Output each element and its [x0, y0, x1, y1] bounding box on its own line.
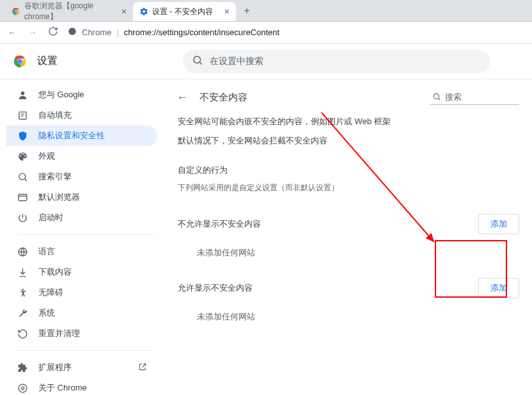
external-link-icon	[138, 362, 147, 373]
add-allow-button[interactable]: 添加	[478, 278, 519, 298]
allow-section-title: 允许显示不安全内容	[178, 282, 478, 294]
sidebar-item-label: 关于 Chrome	[38, 382, 87, 394]
sidebar-item-label: 默认浏览器	[38, 191, 80, 203]
sidebar-divider	[18, 350, 155, 351]
search-icon	[432, 92, 441, 103]
sidebar-item-label: 语言	[38, 246, 55, 257]
chrome-icon	[17, 383, 28, 394]
sidebar-item-about[interactable]: 关于 Chrome	[6, 378, 157, 395]
sidebar-item-label: 下载内容	[38, 266, 72, 278]
browser-tab-0[interactable]: 谷歌浏览器【google chrome】 ×	[5, 2, 133, 21]
svg-point-4	[68, 28, 76, 35]
close-icon[interactable]: ×	[121, 6, 127, 17]
svg-point-18	[434, 93, 439, 99]
palette-icon	[17, 151, 28, 162]
sidebar-divider	[18, 234, 155, 235]
allow-empty-text: 未添加任何网站	[197, 311, 519, 323]
description-text: 默认情况下，安全网站会拦截不安全内容	[178, 135, 519, 147]
sidebar-item-label: 系统	[38, 307, 55, 319]
sidebar-item-label: 外观	[38, 150, 55, 162]
svg-point-8	[18, 60, 22, 63]
url-text: chrome://settings/content/insecureConten…	[124, 28, 280, 37]
sidebar-item-label: 重置并清理	[38, 328, 80, 339]
url-prefix: Chrome	[82, 28, 111, 37]
sidebar-item-language[interactable]: 语言	[6, 241, 157, 262]
person-icon	[17, 90, 28, 101]
browser-tab-1[interactable]: 设置 - 不安全内容 ×	[133, 2, 236, 21]
browser-icon	[17, 192, 28, 203]
content-header: ← 不安全内容 搜索	[174, 88, 519, 107]
add-block-button[interactable]: 添加	[478, 214, 519, 234]
svg-point-12	[19, 173, 25, 179]
header-search-input[interactable]: 在设置中搜索	[183, 50, 490, 73]
sidebar-item-search-engine[interactable]: 搜索引擎	[6, 166, 157, 187]
search-icon	[192, 54, 203, 68]
sidebar-item-label: 启动时	[38, 212, 63, 223]
download-icon	[17, 267, 28, 278]
browser-tabstrip: 谷歌浏览器【google chrome】 × 设置 - 不安全内容 × +	[0, 0, 532, 22]
wrench-icon	[17, 308, 28, 319]
custom-behavior-subtitle: 下列网站采用的是自定义设置（而非默认设置）	[178, 182, 519, 193]
description-text: 安全网站可能会内嵌不安全的内容，例如图片或 Web 框架	[178, 116, 519, 127]
sidebar-item-privacy[interactable]: 隐私设置和安全性	[6, 125, 157, 146]
sidebar: 您与 Google 自动填充 隐私设置和安全性 外观 搜索引擎 默认浏览器 启动…	[0, 79, 165, 395]
close-icon[interactable]: ×	[224, 6, 230, 17]
search-placeholder: 在设置中搜索	[210, 56, 263, 67]
forward-icon[interactable]: →	[27, 28, 38, 37]
power-icon	[17, 213, 28, 223]
svg-point-17	[21, 387, 24, 389]
settings-favicon	[139, 7, 148, 16]
extension-icon	[17, 362, 28, 373]
restore-icon	[17, 328, 28, 339]
custom-behavior-title: 自定义的行为	[178, 165, 519, 176]
sidebar-item-label: 无障碍	[38, 287, 63, 298]
sidebar-item-downloads[interactable]: 下载内容	[6, 262, 157, 282]
sidebar-item-label: 扩展程序	[38, 362, 72, 373]
content-search-input[interactable]: 搜索	[430, 90, 519, 105]
svg-point-9	[194, 56, 201, 63]
block-empty-text: 未添加任何网站	[197, 247, 519, 259]
block-section-row: 不允许显示不安全内容 添加	[178, 210, 519, 238]
sidebar-item-extensions[interactable]: 扩展程序	[6, 357, 157, 378]
chrome-url-icon	[68, 27, 77, 38]
content-area: ← 不安全内容 搜索 安全网站可能会内嵌不安全的内容，例如图片或 Web 框架 …	[165, 79, 532, 395]
sidebar-item-you-and-google[interactable]: 您与 Google	[6, 85, 157, 105]
svg-point-10	[20, 91, 24, 95]
globe-icon	[17, 246, 28, 257]
svg-point-15	[22, 289, 24, 291]
search-icon	[17, 172, 28, 182]
sidebar-item-startup[interactable]: 启动时	[6, 207, 157, 228]
back-icon[interactable]: ←	[6, 28, 18, 37]
settings-header: 设置 在设置中搜索	[0, 44, 532, 79]
accessibility-icon	[17, 287, 28, 298]
sidebar-item-label: 隐私设置和安全性	[38, 130, 105, 141]
new-tab-button[interactable]: +	[239, 5, 255, 17]
sidebar-item-label: 搜索引擎	[38, 171, 72, 182]
sidebar-item-autofill[interactable]: 自动填充	[6, 105, 157, 125]
sidebar-item-appearance[interactable]: 外观	[6, 146, 157, 166]
shield-icon	[17, 131, 28, 141]
svg-point-3	[15, 10, 17, 13]
search-placeholder: 搜索	[445, 92, 462, 103]
header-title: 设置	[37, 54, 58, 68]
svg-rect-13	[19, 194, 27, 200]
browser-navbar: ← → Chrome | chrome://settings/content/i…	[0, 22, 532, 44]
chrome-favicon	[12, 7, 20, 16]
chrome-logo-icon	[13, 54, 27, 69]
autofill-icon	[17, 110, 28, 121]
block-section-title: 不允许显示不安全内容	[178, 218, 478, 230]
back-arrow-button[interactable]: ←	[174, 88, 191, 107]
tab-title: 谷歌浏览器【google chrome】	[24, 1, 110, 22]
allow-section-row: 允许显示不安全内容 添加	[178, 274, 519, 302]
sidebar-item-label: 您与 Google	[38, 89, 84, 101]
reload-icon[interactable]	[47, 26, 59, 38]
sidebar-item-reset[interactable]: 重置并清理	[6, 323, 157, 344]
sidebar-item-label: 自动填充	[38, 109, 72, 121]
sidebar-item-default-browser[interactable]: 默认浏览器	[6, 187, 157, 207]
url-bar[interactable]: Chrome | chrome://settings/content/insec…	[68, 27, 279, 38]
page-title: 不安全内容	[199, 92, 247, 104]
sidebar-item-system[interactable]: 系统	[6, 303, 157, 323]
svg-point-16	[19, 384, 27, 392]
tab-title: 设置 - 不安全内容	[152, 6, 213, 17]
sidebar-item-accessibility[interactable]: 无障碍	[6, 282, 157, 303]
